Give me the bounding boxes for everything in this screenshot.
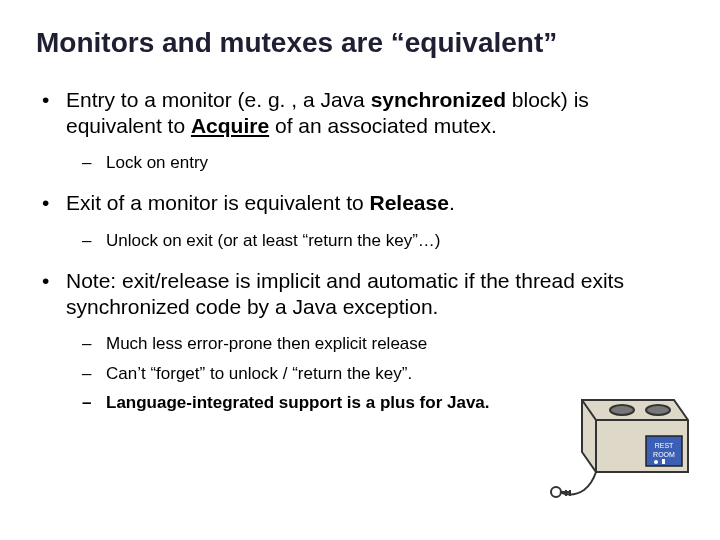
slide-title: Monitors and mutexes are “equivalent” xyxy=(36,28,684,59)
svg-point-1 xyxy=(646,405,670,415)
bullet-1-bold-synchronized: synchronized xyxy=(371,88,506,111)
bullet-2-text-2: . xyxy=(449,191,455,214)
bullet-1-bold-acquire: Acquire xyxy=(191,114,269,137)
bullet-1-sub-1: Lock on entry xyxy=(102,149,684,176)
svg-point-5 xyxy=(654,460,658,464)
slide: Monitors and mutexes are “equivalent” En… xyxy=(0,0,720,540)
svg-rect-6 xyxy=(662,459,665,464)
bullet-1-text-3: of an associated mutex. xyxy=(269,114,497,137)
bullet-2-bold-release: Release xyxy=(370,191,449,214)
bullet-1: Entry to a monitor (e. g. , a Java synch… xyxy=(62,87,684,177)
bullet-2-text-1: Exit of a monitor is equivalent to xyxy=(66,191,370,214)
bullet-2: Exit of a monitor is equivalent to Relea… xyxy=(62,190,684,253)
bullet-list: Entry to a monitor (e. g. , a Java synch… xyxy=(36,87,684,416)
bullet-1-sublist: Lock on entry xyxy=(66,149,684,176)
svg-text:ROOM: ROOM xyxy=(653,451,675,458)
svg-point-0 xyxy=(610,405,634,415)
svg-text:REST: REST xyxy=(655,442,674,449)
bullet-3-text: Note: exit/release is implicit and autom… xyxy=(66,269,624,318)
bullet-2-sub-1: Unlock on exit (or at least “return the … xyxy=(102,227,684,254)
cartoon-illustration: REST ROOM xyxy=(542,372,692,502)
bullet-1-text-1: Entry to a monitor (e. g. , a Java xyxy=(66,88,371,111)
bullet-3-sub-1: Much less error-prone then explicit rele… xyxy=(102,330,684,357)
bullet-2-sublist: Unlock on exit (or at least “return the … xyxy=(66,227,684,254)
svg-point-7 xyxy=(551,487,561,497)
